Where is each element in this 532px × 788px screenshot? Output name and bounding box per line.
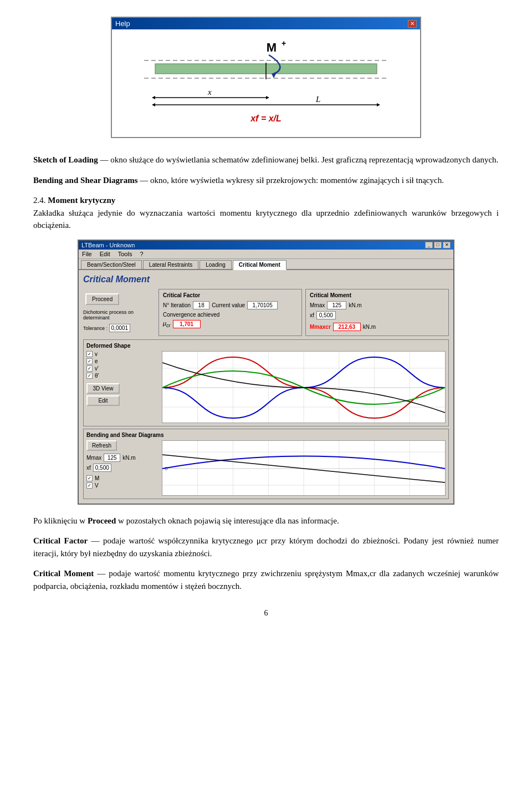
ltbeam-titlebar-buttons: _ □ ✕ — [425, 242, 451, 248]
cb-thetaprime-row: ✓ θ' — [86, 373, 158, 379]
help-titlebar: Help ✕ — [112, 18, 420, 29]
mmax-label: Mmax — [310, 302, 325, 308]
para1-pre: Po kliknięciu w — [33, 516, 88, 525]
mu-cr-row: μcr 1,701 — [163, 320, 298, 328]
mmax-unit: kN.m — [349, 302, 361, 308]
menu-tools[interactable]: Tools — [118, 251, 132, 257]
tolerance-row: Tolerance : 0,0001 — [83, 324, 155, 332]
refresh-button[interactable]: Refresh — [86, 440, 117, 451]
critical-moment-bold: Critical Moment — [33, 569, 94, 578]
cb-v[interactable]: ✓ — [86, 351, 93, 357]
svg-text:x: x — [207, 88, 212, 96]
tab-loading[interactable]: Loading — [200, 260, 232, 269]
cb-thetaprime-label: θ' — [95, 373, 99, 379]
n-iteration-value: 18 — [193, 301, 209, 309]
deformed-shape-chart: 0 — [162, 351, 446, 423]
beam-diagram-svg: M + x L — [144, 39, 388, 111]
tab-lateral[interactable]: Lateral Restraints — [143, 260, 198, 269]
para3-text: — podaje wartość momentu krytycznego prz… — [33, 569, 499, 591]
proceed-bold: Proceed — [88, 516, 116, 525]
bending-mmax-row: Mmax 125 kN.m — [86, 454, 158, 462]
mmaxcr-unit: kN.m — [363, 324, 376, 330]
deformed-shape-section: Deformed Shape ✓ v ✓ e ✓ v' — [83, 339, 449, 426]
mmax-value: 125 — [327, 301, 346, 309]
3d-view-button[interactable]: 3D View — [86, 383, 120, 394]
ltbeam-titlebar: LTBeam - Unknown _ □ ✕ — [79, 241, 453, 250]
cb-e[interactable]: ✓ — [86, 358, 93, 364]
deformed-chart-svg: 0 — [162, 352, 445, 423]
xf-value: 0,500 — [316, 311, 336, 319]
ltbeam-title: LTBeam - Unknown — [81, 242, 135, 248]
deformed-shape-content: ✓ v ✓ e ✓ v' ✓ θ' — [86, 351, 446, 423]
bending-mmax-value: 125 — [104, 454, 120, 462]
bending-controls: Refresh Mmax 125 kN.m xf 0,500 ✓ M — [86, 440, 158, 496]
svg-marker-8 — [152, 96, 155, 99]
dichotomic-label: Dichotomic process on determinant — [83, 309, 155, 321]
bottom-text: Po kliknięciu w Proceed w pozostałych ok… — [33, 515, 499, 593]
critical-moment-values-panel: Critical Moment Mmax 125 kN.m xf 0,500 M… — [305, 289, 449, 336]
menu-help[interactable]: ? — [140, 251, 143, 257]
cb-M-label: M — [95, 475, 99, 481]
critical-factor-title: Critical Factor — [163, 292, 298, 298]
deformed-controls: ✓ v ✓ e ✓ v' ✓ θ' — [86, 351, 158, 423]
cb-e-row: ✓ e — [86, 358, 158, 364]
svg-text:L: L — [315, 95, 320, 104]
mu-cr-label: μcr — [163, 320, 171, 328]
bending-mmax-unit: kN.m — [122, 455, 135, 461]
bending-chart: 0 — [162, 440, 446, 496]
minimize-button[interactable]: _ — [425, 242, 433, 248]
svg-text:M: M — [267, 40, 277, 54]
cb-V-row: ✓ V — [86, 482, 158, 489]
bending-checkboxes: ✓ M ✓ V — [86, 475, 158, 489]
close-button[interactable]: ✕ — [443, 242, 451, 248]
bending-shear-section: Bending and Shear Diagrams Refresh Mmax … — [83, 429, 449, 499]
section-number: 2.4. — [33, 196, 46, 205]
cb-v-label: v — [95, 351, 98, 357]
mu-cr-value: 1,701 — [173, 320, 201, 328]
svg-marker-7 — [266, 96, 269, 99]
tab-beam-section[interactable]: Beam/Section/Steel — [81, 260, 142, 269]
help-close-button[interactable]: ✕ — [408, 20, 417, 28]
critical-factor-bold: Critical Factor — [33, 536, 88, 545]
cb-vprime[interactable]: ✓ — [86, 365, 93, 372]
ltbeam-main-content: Critical Moment Proceed Dichotomic proce… — [79, 270, 453, 504]
para1: Po kliknięciu w Proceed w pozostałych ok… — [33, 515, 499, 527]
tab-bar: Beam/Section/Steel Lateral Restraints Lo… — [79, 259, 453, 270]
deformed-buttons: 3D View Edit — [86, 383, 158, 406]
mmaxcr-row: Mmaxcr 212,63 kN.m — [310, 323, 444, 331]
bending-xf-row: xf 0,500 — [86, 464, 158, 472]
menu-file[interactable]: File — [82, 251, 92, 257]
cb-thetaprime[interactable]: ✓ — [86, 373, 93, 379]
tab-critical-moment[interactable]: Critical Moment — [233, 260, 287, 270]
section-24-text: Zakładka służąca jedynie do wyznaczania … — [33, 209, 499, 230]
bending-xf-label: xf — [86, 465, 91, 471]
bending-xf-value: 0,500 — [93, 464, 111, 472]
edit-button[interactable]: Edit — [86, 395, 120, 406]
mmaxcr-label: Mmaxcr — [310, 324, 331, 330]
xf-formula-label: xf = x/L — [123, 114, 409, 124]
help-body: M + x L xf = x/L — [112, 29, 420, 137]
cb-V[interactable]: ✓ — [86, 482, 93, 489]
mmax-row: Mmax 125 kN.m — [310, 301, 444, 309]
bending-bold: Bending and Shear Diagrams — [33, 176, 138, 185]
deformed-shape-title: Deformed Shape — [86, 343, 446, 349]
tolerance-value: 0,0001 — [109, 324, 131, 332]
sketch-loading-section: Sketch of Loading — okno służące do wyśw… — [33, 154, 499, 166]
ltbeam-menubar: File Edit Tools ? — [79, 250, 453, 259]
maximize-button[interactable]: □ — [434, 242, 442, 248]
current-value-label: Current value — [212, 302, 245, 308]
cb-vprime-row: ✓ v' — [86, 365, 158, 372]
cb-M[interactable]: ✓ — [86, 475, 93, 481]
svg-marker-10 — [377, 103, 380, 106]
critical-moment-panel-title: Critical Moment — [310, 292, 444, 298]
menu-edit[interactable]: Edit — [100, 251, 110, 257]
para3: Critical Moment — podaje wartość momentu… — [33, 567, 499, 592]
sketch-bold: Sketch of Loading — [33, 155, 98, 164]
proceed-button[interactable]: Proceed — [85, 293, 119, 305]
cb-vprime-label: v' — [95, 365, 99, 372]
bending-mmax-label: Mmax — [86, 455, 101, 461]
iteration-row: N° Iteration 18 Current value 1,70105 — [163, 301, 298, 309]
cb-M-row: ✓ M — [86, 475, 158, 481]
para2: Critical Factor — podaje wartość współcz… — [33, 535, 499, 560]
help-window: Help ✕ M + — [111, 17, 421, 138]
